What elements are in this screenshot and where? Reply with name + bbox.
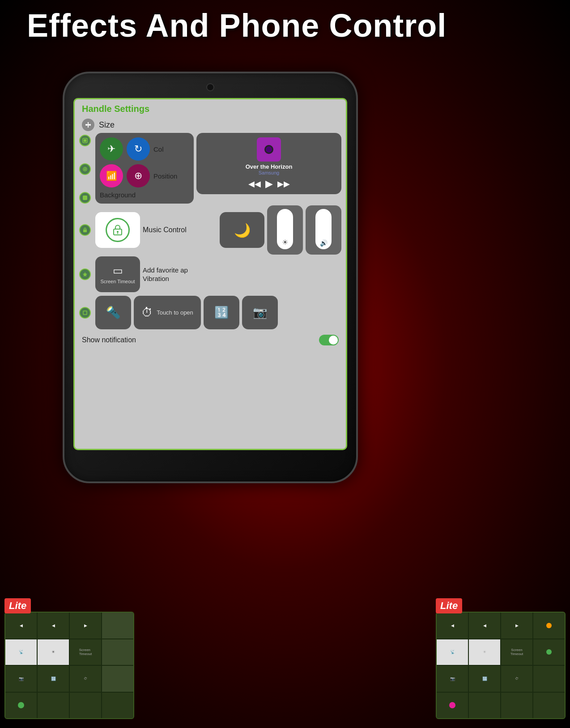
- thumb-cell: ⏱: [501, 666, 532, 692]
- wifi-icon: 📶: [106, 170, 117, 181]
- thumb-cell: [533, 693, 565, 719]
- thumb-cell: ScreenTimeout: [70, 639, 101, 665]
- night-mode-btn[interactable]: 🌙: [220, 212, 264, 248]
- svg-point-7: [84, 168, 86, 170]
- thumb-cell: ☀: [469, 639, 500, 665]
- svg-marker-13: [83, 272, 87, 277]
- thumb-cell: [5, 693, 37, 719]
- prev-btn[interactable]: ◀◀: [248, 178, 261, 190]
- thumb-cell: 📡: [5, 639, 37, 665]
- music-panel: Over the Horizon Samsung ◀◀ ▶ ▶▶: [196, 133, 341, 194]
- bottom-controls: 🔦 ⏱ Touch to open 🔢 📷: [75, 294, 346, 331]
- music-title: Over the Horizon: [246, 163, 293, 170]
- timer-icon: ⏱: [141, 306, 153, 319]
- cast-icon: ▭: [113, 264, 123, 277]
- left-thumb-grid: ◀ ◀ ▶ 📡 ☀ ScreenTimeout 📷 🔢 ⏱: [4, 612, 134, 719]
- size-row: Size: [75, 117, 346, 133]
- right-lite-badge: Lite: [436, 598, 462, 613]
- svg-rect-14: [83, 311, 87, 315]
- thumb-cell: 🔢: [469, 666, 500, 692]
- airplane-btn[interactable]: ✈: [100, 137, 123, 161]
- thumb-cell: 📡: [437, 639, 468, 665]
- airplane-icon: ✈: [107, 143, 115, 155]
- left-lite-badge: Lite: [4, 598, 31, 613]
- phone: Handle Settings Size: [63, 72, 358, 483]
- side-icon-lock[interactable]: [79, 224, 91, 236]
- thumb-cell: [533, 639, 565, 665]
- show-notification-label: Show notification: [82, 336, 136, 344]
- left-thumbnail: Lite ◀ ◀ ▶ 📡 ☀ ScreenTimeout 📷 🔢 ⏱: [4, 598, 134, 719]
- thumb-cell: [38, 693, 69, 719]
- brightness-icon: ☀: [282, 238, 288, 247]
- flashlight-btn[interactable]: 🔦: [95, 296, 131, 329]
- brightness-track: ☀: [277, 209, 293, 249]
- phone-screen: Handle Settings Size: [73, 98, 347, 450]
- screen-timeout-label: Screen Timeout: [100, 279, 135, 284]
- svg-point-2: [85, 124, 87, 126]
- size-label: Size: [99, 120, 115, 130]
- music-controls: ◀◀ ▶ ▶▶: [248, 178, 290, 190]
- thumb-cell: ◀: [437, 613, 468, 639]
- svg-point-11: [117, 231, 119, 233]
- show-notification-toggle[interactable]: [319, 335, 339, 345]
- notif-row: Show notification: [75, 331, 346, 349]
- thumb-cell: 🔢: [38, 666, 69, 692]
- page-title: Effects And Phone Control: [27, 8, 552, 43]
- phone-camera: [206, 83, 214, 91]
- position-label: Position: [153, 172, 177, 180]
- bluetooth-icon: ⊕: [134, 170, 142, 182]
- music-control-label: Music Control: [143, 225, 217, 235]
- add-favorite-label: Add favorite ap: [143, 266, 341, 274]
- toggle-knob: [329, 336, 338, 345]
- play-btn[interactable]: ▶: [265, 178, 273, 190]
- side-icon-col[interactable]: [79, 135, 91, 146]
- volume-slider[interactable]: 🔊: [306, 205, 341, 255]
- bluetooth-btn[interactable]: ⊕: [127, 164, 150, 187]
- thumb-cell: ◀: [5, 613, 37, 639]
- col-label: Col: [153, 145, 164, 153]
- thumb-cell: [102, 613, 133, 639]
- touch-open-btn[interactable]: ⏱ Touch to open: [134, 296, 201, 329]
- phone-body: Handle Settings Size: [63, 72, 358, 483]
- thumb-cell: [437, 693, 468, 719]
- thumb-cell: ◀: [469, 613, 500, 639]
- lock-panel[interactable]: [95, 212, 140, 248]
- thumb-cell: ScreenTimeout: [501, 639, 532, 665]
- thumb-cell: 📷: [5, 666, 37, 692]
- side-icon-fav[interactable]: [79, 268, 91, 280]
- svg-rect-9: [83, 230, 87, 232]
- cast-btn[interactable]: ▭ Screen Timeout: [95, 256, 140, 292]
- svg-point-3: [89, 124, 91, 126]
- svg-rect-5: [84, 139, 86, 142]
- background-label: Background: [100, 191, 136, 199]
- handle-settings-title: Handle Settings: [75, 99, 346, 117]
- thumb-cell: ☀: [38, 639, 69, 665]
- refresh-icon: ↻: [134, 143, 142, 155]
- camera-btn[interactable]: 📷: [242, 296, 278, 329]
- thumb-cell: [70, 693, 101, 719]
- side-icon-bottom[interactable]: [79, 307, 91, 319]
- thumb-cell: ◀: [38, 613, 69, 639]
- brightness-slider[interactable]: ☀: [267, 205, 303, 255]
- right-thumbnail: Lite ◀ ◀ ▶ 📡 ☀ ScreenTimeout 📷 🔢 ⏱: [436, 598, 566, 719]
- thumbnails: Lite ◀ ◀ ▶ 📡 ☀ ScreenTimeout 📷 🔢 ⏱: [0, 598, 570, 719]
- thumb-cell: [533, 666, 565, 692]
- refresh-btn[interactable]: ↻: [127, 137, 150, 161]
- thumb-cell: [102, 693, 133, 719]
- lock-icon: [106, 218, 130, 242]
- vibration-label: Vibration: [143, 275, 341, 282]
- music-album: [257, 137, 281, 162]
- thumb-cell: [501, 693, 532, 719]
- thumb-cell: [469, 693, 500, 719]
- wifi-btn[interactable]: 📶: [100, 164, 123, 187]
- right-thumb-grid: ◀ ◀ ▶ 📡 ☀ ScreenTimeout 📷 🔢 ⏱: [436, 612, 566, 719]
- calculator-btn[interactable]: 🔢: [204, 296, 239, 329]
- camera-icon: 📷: [253, 306, 267, 319]
- next-btn[interactable]: ▶▶: [277, 178, 290, 190]
- thumb-cell: ▶: [70, 613, 101, 639]
- size-icon[interactable]: [82, 119, 94, 131]
- side-icon-pos[interactable]: [79, 163, 91, 175]
- music-album-inner: [264, 145, 273, 154]
- music-artist: Samsung: [259, 170, 279, 175]
- side-icon-bg[interactable]: [79, 192, 91, 204]
